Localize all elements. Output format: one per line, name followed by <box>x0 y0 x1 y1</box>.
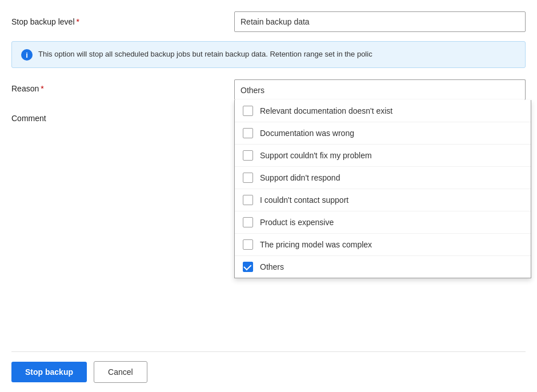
checkbox-opt4[interactable] <box>243 173 253 183</box>
checkbox-opt5[interactable] <box>243 195 253 205</box>
reason-row: Reason* Others Relevant documentation do… <box>11 79 526 100</box>
dropdown-item-label: Support couldn't fix my problem <box>260 151 372 160</box>
stop-backup-level-row: Stop backup level* <box>11 11 526 32</box>
reason-label: Reason* <box>11 79 234 93</box>
stop-backup-level-input[interactable] <box>234 11 526 32</box>
dropdown-item[interactable]: Support couldn't fix my problem <box>235 145 531 167</box>
reason-dropdown-selected[interactable]: Others <box>234 79 526 100</box>
page-container: Stop backup level* i This option will st… <box>0 0 537 392</box>
info-icon: i <box>21 49 33 61</box>
info-text: This option will stop all scheduled back… <box>38 49 372 60</box>
label-text: Stop backup level <box>11 17 75 26</box>
dropdown-item[interactable]: I couldn't contact support <box>235 189 531 211</box>
checkbox-opt6[interactable] <box>243 217 253 227</box>
reason-dropdown-wrapper: Others Relevant documentation doesn't ex… <box>234 79 526 100</box>
cancel-button[interactable]: Cancel <box>94 361 147 383</box>
checkbox-opt1[interactable] <box>243 106 253 116</box>
info-banner: i This option will stop all scheduled ba… <box>11 41 526 68</box>
comment-label: Comment <box>11 109 234 123</box>
required-star: * <box>77 17 79 26</box>
dropdown-item-label: Others <box>260 262 284 271</box>
dropdown-item-label: I couldn't contact support <box>260 195 348 205</box>
checkbox-opt7[interactable] <box>243 239 253 250</box>
dropdown-item-label: Support didn't respond <box>260 173 340 182</box>
checkbox-opt3[interactable] <box>243 150 253 161</box>
reason-dropdown-list: Relevant documentation doesn't existDocu… <box>234 100 531 278</box>
checkbox-opt8[interactable] <box>243 262 253 272</box>
stop-backup-level-label: Stop backup level* <box>11 17 234 26</box>
dropdown-item[interactable]: Documentation was wrong <box>235 122 531 145</box>
checkbox-opt2[interactable] <box>243 128 253 138</box>
footer-actions: Stop backup Cancel <box>11 351 526 392</box>
dropdown-item[interactable]: Support didn't respond <box>235 167 531 189</box>
dropdown-item[interactable]: Relevant documentation doesn't exist <box>235 100 531 122</box>
dropdown-item[interactable]: Product is expensive <box>235 211 531 234</box>
dropdown-item-label: The pricing model was complex <box>260 240 372 249</box>
dropdown-item[interactable]: The pricing model was complex <box>235 234 531 256</box>
dropdown-item-label: Relevant documentation doesn't exist <box>260 106 392 115</box>
dropdown-item[interactable]: Others <box>235 256 531 278</box>
dropdown-item-label: Product is expensive <box>260 218 334 227</box>
dropdown-item-label: Documentation was wrong <box>260 129 354 138</box>
stop-backup-button[interactable]: Stop backup <box>11 362 87 382</box>
